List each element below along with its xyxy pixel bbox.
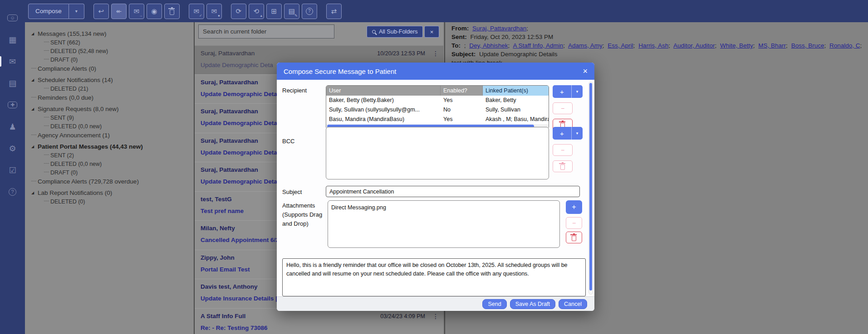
message-list-item[interactable]: A Staff Info Full 03/24/23 4:09 PM Re: -…	[195, 309, 443, 334]
cancel-button[interactable]: Cancel	[559, 299, 587, 309]
calendar-icon: ▦	[9, 36, 16, 44]
row-menu-icon[interactable]	[432, 313, 439, 320]
folder-tree-item[interactable]: DRAFT (0)	[25, 168, 194, 177]
modal-vscrollbar[interactable]	[588, 82, 593, 295]
bcc-field[interactable]	[326, 127, 549, 179]
recipient-link[interactable]: Auditor, Auditor	[673, 42, 715, 49]
add-recipient-dropdown-button[interactable]: ▾	[572, 85, 583, 98]
column-header-linked-patients[interactable]: Linked Patient(s)	[483, 86, 549, 96]
recycle-loop-button[interactable]: ⇄	[326, 4, 342, 19]
nav-calendar[interactable]: ▦	[0, 34, 25, 46]
folder-tree-item[interactable]: Agency Announcement (1)	[25, 131, 194, 140]
all-subfolders-button[interactable]: All Sub-Folders	[367, 26, 423, 38]
add-bcc-dropdown-button[interactable]: ▾	[572, 127, 583, 140]
sync-user-button[interactable]: ⟲ ▴	[249, 4, 264, 19]
reply-all-button[interactable]: ↞	[111, 4, 127, 19]
forward-button[interactable]: ✉ →	[129, 4, 144, 19]
folder-tree-item[interactable]: DELETED (0,0 new)	[25, 122, 194, 131]
message-sender: A Staff Info Full	[201, 313, 380, 319]
folder-tree-item[interactable]: Signature Requests (8,0 new)	[25, 104, 194, 113]
remove-bcc-button[interactable]: −	[553, 144, 573, 156]
row-menu-icon[interactable]	[432, 50, 439, 57]
recipient-row[interactable]: Basu, Mandira (MandiraBasu) Yes Akash , …	[326, 115, 549, 124]
sync-user-icon: ⟲	[253, 7, 259, 15]
recipient-link[interactable]: Boss, Bruce	[791, 42, 824, 49]
notes-edit-button[interactable]: ▤ ✎	[284, 4, 299, 19]
modal-close-icon[interactable]: ×	[583, 67, 588, 75]
column-header-enabled[interactable]: Enabled?	[441, 86, 483, 96]
folder-tree-item[interactable]: Reminders (0,0 due)	[25, 93, 194, 102]
chevron-down-icon: ▾	[75, 9, 78, 14]
recipient-link[interactable]: Harris, Ash	[638, 42, 668, 49]
clear-search-button[interactable]: ×	[424, 26, 439, 38]
folder-tree-item[interactable]: DRAFT (0)	[25, 55, 194, 64]
nav-messages[interactable]: ✉	[0, 55, 25, 68]
subject-field[interactable]	[326, 186, 580, 197]
add-attachment-button[interactable]: +	[566, 200, 582, 214]
folder-tree-panel: Messages (155,134 new) SENT (662) DELETE…	[25, 22, 194, 334]
toolbar-help-button[interactable]: ?	[302, 4, 317, 19]
view-message-button[interactable]: ◉	[147, 4, 162, 19]
folder-tree-item[interactable]: Patient Portal Messages (44,43 new)	[25, 142, 194, 151]
save-as-draft-button[interactable]: Save As Draft	[510, 299, 555, 309]
add-recipient-button[interactable]: +	[553, 85, 572, 98]
folder-tree-item[interactable]: Messages (155,134 new)	[25, 29, 194, 38]
archive-add-button[interactable]: ⊞	[266, 4, 282, 19]
folder-tree-item[interactable]: Lab Report Notifications (0)	[25, 188, 194, 197]
delete-attachment-button[interactable]	[566, 232, 582, 243]
nav-scan-documents[interactable]: ▤	[0, 77, 25, 89]
mark-read-button[interactable]: ✉ ✓	[189, 4, 204, 19]
remove-attachment-button[interactable]: −	[566, 217, 582, 229]
tree-expand-icon	[44, 170, 50, 174]
compose-dropdown-button[interactable]: ▾	[69, 4, 84, 19]
folder-tree-item[interactable]: DELETED (0,0 new)	[25, 160, 194, 168]
modal-title: Compose Secure Message to Patient	[284, 68, 396, 75]
nav-patient-card[interactable]: ☺	[0, 12, 25, 24]
mark-unread-button[interactable]: ✉ ●	[206, 4, 222, 19]
folder-tree-item[interactable]: SENT (2)	[25, 151, 194, 160]
delete-bcc-button[interactable]	[553, 160, 573, 172]
recipient-link[interactable]: White, Betty	[720, 42, 753, 49]
folder-tree-item[interactable]: DELETED (21)	[25, 84, 194, 93]
folder-tree-item[interactable]: DELETED (52,48 new)	[25, 47, 194, 55]
folder-label: Messages (155,134 new)	[38, 30, 107, 37]
nav-help[interactable]: ?	[0, 186, 25, 198]
nav-medical-kit[interactable]: ✚	[0, 99, 25, 111]
folder-tree-item[interactable]: SENT (9)	[25, 113, 194, 122]
message-body-field[interactable]: Hello, this is a friendly reminder that …	[282, 258, 586, 296]
folder-tree-item[interactable]: Compliance Alerts (729,728 overdue)	[25, 177, 194, 186]
compose-button[interactable]: Compose	[28, 4, 69, 19]
search-input[interactable]	[198, 24, 334, 39]
attachment-item[interactable]: Direct Messaging.png	[331, 204, 386, 211]
recipient-link[interactable]: MS, Bharr	[758, 42, 786, 49]
delete-button[interactable]	[164, 4, 180, 19]
recipient-link[interactable]: A Staff Info, Admin	[513, 42, 563, 49]
recipient-row[interactable]: Baker, Betty (Betty.Baker) Yes Baker, Be…	[326, 96, 549, 105]
nav-contacts[interactable]: ♟	[0, 121, 25, 133]
recipient-linked-cell: Baker, Betty	[483, 96, 549, 105]
sender-link[interactable]: Suraj, Pattavardhan	[472, 25, 526, 32]
recipient-link[interactable]: Ronaldo, C	[829, 42, 860, 49]
remove-recipient-button[interactable]: −	[553, 102, 573, 114]
recipient-link[interactable]: Adams, Amy	[568, 42, 603, 49]
attachments-dropzone[interactable]: Direct Messaging.png	[328, 200, 560, 248]
recipient-link[interactable]: Dey, Abhishek	[469, 42, 508, 49]
loop-arrows-icon: ⇄	[331, 7, 337, 15]
chevron-down-icon: ▾	[576, 89, 579, 94]
refresh-button[interactable]: ⟳	[231, 4, 246, 19]
folder-tree-item[interactable]: SENT (662)	[25, 38, 194, 47]
add-bcc-button[interactable]: +	[553, 127, 572, 140]
column-header-user[interactable]: User	[326, 86, 441, 96]
nav-settings[interactable]: ⚙	[0, 142, 25, 155]
nav-forms[interactable]: ☑	[0, 164, 25, 176]
folder-tree-item[interactable]: Scheduler Notifications (14)	[25, 75, 194, 84]
recipient-row[interactable]: Sully, Sullivan (sullysullysully@gm... N…	[326, 105, 549, 115]
recipient-link[interactable]: Ess, April	[608, 42, 633, 49]
mail-unread-icon: ✉	[211, 7, 217, 15]
vscrollbar-thumb[interactable]	[589, 83, 592, 290]
folder-tree-item[interactable]: DELETED (0)	[25, 197, 194, 206]
folder-tree-item[interactable]: Compliance Alerts (0)	[25, 64, 194, 73]
tree-expand-icon	[31, 32, 38, 36]
send-button[interactable]: Send	[482, 299, 506, 309]
reply-button[interactable]: ↩	[93, 4, 109, 19]
